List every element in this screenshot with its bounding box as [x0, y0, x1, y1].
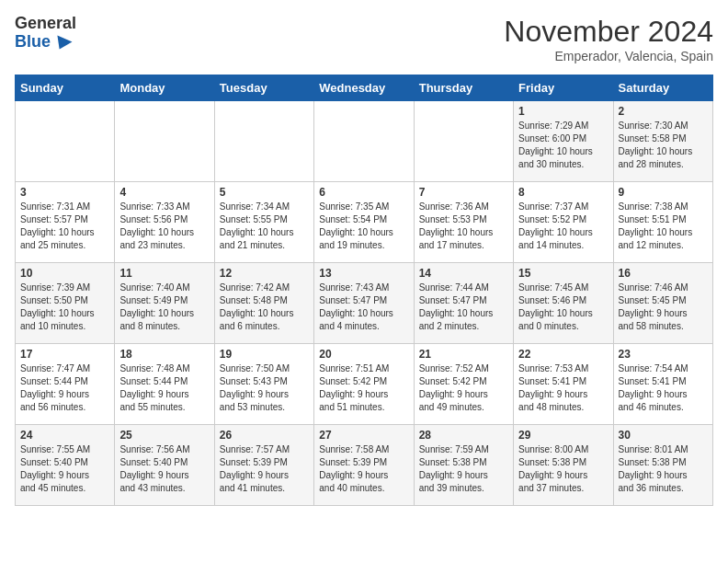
day-info: Sunrise: 7:56 AMSunset: 5:40 PMDaylight:… [119, 443, 209, 495]
weekday-header-monday: Monday [115, 75, 214, 101]
day-number: 2 [619, 105, 708, 118]
logo: General Blue [15, 15, 76, 52]
day-number: 23 [619, 348, 708, 361]
calendar-cell: 15Sunrise: 7:45 AMSunset: 5:46 PMDayligh… [514, 263, 613, 344]
day-info: Sunrise: 7:39 AMSunset: 5:50 PMDaylight:… [20, 282, 109, 333]
calendar-cell: 3Sunrise: 7:31 AMSunset: 5:57 PMDaylight… [16, 182, 115, 263]
day-info: Sunrise: 7:31 AMSunset: 5:57 PMDaylight:… [20, 201, 109, 252]
calendar-cell [414, 101, 513, 182]
day-number: 8 [518, 186, 608, 199]
calendar-cell: 30Sunrise: 8:01 AMSunset: 5:38 PMDayligh… [613, 425, 712, 506]
day-number: 17 [20, 348, 109, 361]
day-info: Sunrise: 7:54 AMSunset: 5:41 PMDaylight:… [619, 362, 708, 414]
calendar-cell [314, 101, 414, 182]
weekday-header-wednesday: Wednesday [314, 75, 414, 101]
day-number: 5 [220, 186, 309, 199]
calendar-cell: 18Sunrise: 7:48 AMSunset: 5:44 PMDayligh… [115, 344, 214, 425]
calendar-cell: 28Sunrise: 7:59 AMSunset: 5:38 PMDayligh… [414, 425, 513, 506]
calendar-cell: 26Sunrise: 7:57 AMSunset: 5:39 PMDayligh… [214, 425, 313, 506]
title-area: November 2024 Emperador, Valencia, Spain [504, 15, 713, 63]
calendar-cell: 13Sunrise: 7:43 AMSunset: 5:47 PMDayligh… [314, 263, 414, 344]
day-number: 11 [119, 267, 209, 280]
day-info: Sunrise: 7:34 AMSunset: 5:55 PMDaylight:… [220, 201, 309, 252]
day-number: 9 [619, 186, 708, 199]
calendar-cell: 4Sunrise: 7:33 AMSunset: 5:56 PMDaylight… [115, 182, 214, 263]
weekday-header-row: SundayMondayTuesdayWednesdayThursdayFrid… [16, 75, 713, 101]
day-info: Sunrise: 8:01 AMSunset: 5:38 PMDaylight:… [619, 443, 708, 495]
day-info: Sunrise: 7:45 AMSunset: 5:46 PMDaylight:… [518, 282, 608, 333]
day-number: 18 [119, 348, 209, 361]
day-number: 20 [319, 348, 408, 361]
calendar-cell [214, 101, 313, 182]
calendar-cell: 8Sunrise: 7:37 AMSunset: 5:52 PMDaylight… [514, 182, 613, 263]
calendar-cell: 14Sunrise: 7:44 AMSunset: 5:47 PMDayligh… [414, 263, 513, 344]
day-number: 4 [119, 186, 209, 199]
day-number: 21 [419, 348, 508, 361]
calendar-week-2: 3Sunrise: 7:31 AMSunset: 5:57 PMDaylight… [16, 182, 713, 263]
day-number: 28 [419, 429, 508, 442]
day-number: 16 [619, 267, 708, 280]
day-number: 25 [119, 429, 209, 442]
day-info: Sunrise: 7:35 AMSunset: 5:54 PMDaylight:… [319, 201, 408, 252]
logo-general-text: General [15, 15, 76, 33]
day-info: Sunrise: 7:51 AMSunset: 5:42 PMDaylight:… [319, 362, 408, 414]
day-info: Sunrise: 7:46 AMSunset: 5:45 PMDaylight:… [619, 282, 708, 333]
day-info: Sunrise: 7:33 AMSunset: 5:56 PMDaylight:… [119, 201, 209, 252]
day-number: 14 [419, 267, 508, 280]
day-info: Sunrise: 7:38 AMSunset: 5:51 PMDaylight:… [619, 201, 708, 252]
day-info: Sunrise: 7:30 AMSunset: 5:58 PMDaylight:… [619, 120, 708, 171]
day-info: Sunrise: 7:42 AMSunset: 5:48 PMDaylight:… [220, 282, 309, 333]
day-number: 7 [419, 186, 508, 199]
day-info: Sunrise: 7:50 AMSunset: 5:43 PMDaylight:… [220, 362, 309, 414]
day-number: 15 [518, 267, 608, 280]
logo-blue-text: Blue [15, 33, 69, 52]
day-info: Sunrise: 8:00 AMSunset: 5:38 PMDaylight:… [518, 443, 608, 495]
day-number: 12 [220, 267, 309, 280]
weekday-header-tuesday: Tuesday [214, 75, 313, 101]
day-number: 6 [319, 186, 408, 199]
calendar-cell: 12Sunrise: 7:42 AMSunset: 5:48 PMDayligh… [214, 263, 313, 344]
calendar-week-1: 1Sunrise: 7:29 AMSunset: 6:00 PMDaylight… [16, 101, 713, 182]
calendar-cell: 16Sunrise: 7:46 AMSunset: 5:45 PMDayligh… [613, 263, 712, 344]
day-info: Sunrise: 7:48 AMSunset: 5:44 PMDaylight:… [119, 362, 209, 414]
day-info: Sunrise: 7:53 AMSunset: 5:41 PMDaylight:… [518, 362, 608, 414]
calendar-cell: 7Sunrise: 7:36 AMSunset: 5:53 PMDaylight… [414, 182, 513, 263]
day-number: 13 [319, 267, 408, 280]
calendar-week-5: 24Sunrise: 7:55 AMSunset: 5:40 PMDayligh… [16, 425, 713, 506]
day-info: Sunrise: 7:36 AMSunset: 5:53 PMDaylight:… [419, 201, 508, 252]
day-info: Sunrise: 7:55 AMSunset: 5:40 PMDaylight:… [20, 443, 109, 495]
location-subtitle: Emperador, Valencia, Spain [504, 49, 713, 63]
day-info: Sunrise: 7:43 AMSunset: 5:47 PMDaylight:… [319, 282, 408, 333]
day-info: Sunrise: 7:59 AMSunset: 5:38 PMDaylight:… [419, 443, 508, 495]
day-number: 22 [518, 348, 608, 361]
calendar-cell: 17Sunrise: 7:47 AMSunset: 5:44 PMDayligh… [16, 344, 115, 425]
calendar-cell: 27Sunrise: 7:58 AMSunset: 5:39 PMDayligh… [314, 425, 414, 506]
day-number: 10 [20, 267, 109, 280]
day-number: 3 [20, 186, 109, 199]
calendar-table: SundayMondayTuesdayWednesdayThursdayFrid… [15, 75, 713, 506]
weekday-header-sunday: Sunday [16, 75, 115, 101]
calendar-cell: 24Sunrise: 7:55 AMSunset: 5:40 PMDayligh… [16, 425, 115, 506]
calendar-cell [16, 101, 115, 182]
logo-bird-icon [51, 31, 73, 49]
weekday-header-saturday: Saturday [613, 75, 712, 101]
day-number: 1 [518, 105, 608, 118]
calendar-cell: 10Sunrise: 7:39 AMSunset: 5:50 PMDayligh… [16, 263, 115, 344]
page-header: General Blue November 2024 Emperador, Va… [15, 15, 713, 63]
calendar-cell: 9Sunrise: 7:38 AMSunset: 5:51 PMDaylight… [613, 182, 712, 263]
day-info: Sunrise: 7:47 AMSunset: 5:44 PMDaylight:… [20, 362, 109, 414]
calendar-cell: 1Sunrise: 7:29 AMSunset: 6:00 PMDaylight… [514, 101, 613, 182]
day-number: 26 [220, 429, 309, 442]
calendar-cell: 6Sunrise: 7:35 AMSunset: 5:54 PMDaylight… [314, 182, 414, 263]
calendar-cell: 29Sunrise: 8:00 AMSunset: 5:38 PMDayligh… [514, 425, 613, 506]
calendar-cell: 5Sunrise: 7:34 AMSunset: 5:55 PMDaylight… [214, 182, 313, 263]
day-info: Sunrise: 7:37 AMSunset: 5:52 PMDaylight:… [518, 201, 608, 252]
day-info: Sunrise: 7:57 AMSunset: 5:39 PMDaylight:… [220, 443, 309, 495]
day-info: Sunrise: 7:40 AMSunset: 5:49 PMDaylight:… [119, 282, 209, 333]
weekday-header-thursday: Thursday [414, 75, 513, 101]
calendar-cell: 19Sunrise: 7:50 AMSunset: 5:43 PMDayligh… [214, 344, 313, 425]
day-number: 27 [319, 429, 408, 442]
day-number: 30 [619, 429, 708, 442]
day-info: Sunrise: 7:58 AMSunset: 5:39 PMDaylight:… [319, 443, 408, 495]
month-title: November 2024 [504, 15, 713, 49]
